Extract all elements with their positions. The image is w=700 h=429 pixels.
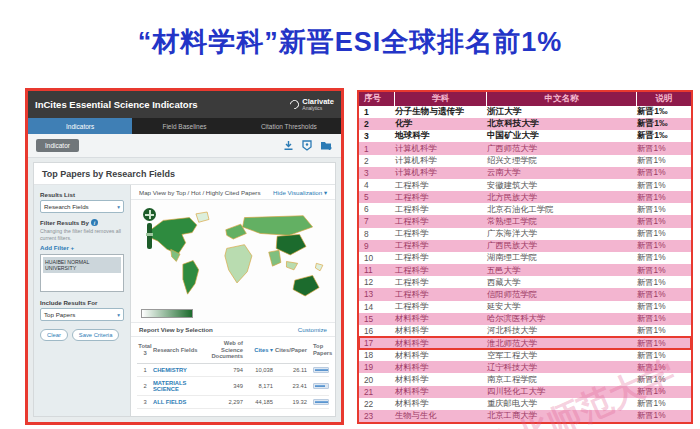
rank-cell: 15 bbox=[359, 314, 395, 324]
note-cell: 新晋1% bbox=[637, 143, 691, 154]
chevron-down-icon: ▾ bbox=[117, 204, 120, 210]
esi-toolbar: Indicator bbox=[28, 134, 341, 158]
rank-cell: 22 bbox=[359, 399, 395, 409]
report-view-label: Report View by Selection bbox=[139, 326, 213, 333]
rank-cell: 20 bbox=[359, 375, 395, 385]
rank-cell: 18 bbox=[359, 350, 395, 360]
ranking-row: 16材料科学河北科技大学新晋1% bbox=[359, 325, 691, 337]
ranking-row: 21材料科学四川轻化工大学新晋1% bbox=[359, 386, 691, 398]
ranking-row: 3地球科学中国矿业大学新晋1‰ bbox=[359, 130, 691, 142]
note-cell: 新晋1% bbox=[637, 216, 691, 227]
esi-ranking-table: 序号 学科 中文名称 说明 1分子生物与遗传学浙江大学新晋1‰2化学北京科技大学… bbox=[357, 90, 693, 424]
header-cname: 中文名称 bbox=[487, 92, 637, 106]
folder-add-icon[interactable] bbox=[320, 140, 333, 151]
tab-citation-thresholds[interactable]: Citation Thresholds bbox=[237, 118, 341, 134]
rank-cell: 4 bbox=[359, 180, 395, 190]
top-papers-bar[interactable] bbox=[313, 399, 329, 405]
subject-cell: 工程科学 bbox=[395, 277, 487, 288]
rank-cell: 11 bbox=[359, 265, 395, 275]
world-map[interactable] bbox=[131, 200, 335, 322]
name-cell: 南京工程学院 bbox=[487, 374, 637, 385]
filter-listbox[interactable]: HUAIBEI NORMAL UNIVERSITY bbox=[40, 254, 124, 292]
card-body: Results List Research Fields ▾ Filter Re… bbox=[34, 185, 335, 416]
world-map-svg bbox=[139, 202, 335, 320]
ranking-row: 22材料科学重庆邮电大学新晋1% bbox=[359, 398, 691, 410]
note-cell: 新晋1% bbox=[637, 192, 691, 203]
map-controls bbox=[143, 208, 156, 249]
save-criteria-button[interactable]: Save Criteria bbox=[72, 329, 120, 341]
subject-cell: 工程科学 bbox=[395, 180, 487, 191]
filter-selected-item[interactable]: HUAIBEI NORMAL UNIVERSITY bbox=[43, 257, 121, 273]
header-note: 说明 bbox=[637, 92, 691, 106]
customize-link[interactable]: Customize bbox=[298, 326, 327, 333]
subject-cell: 工程科学 bbox=[395, 192, 487, 203]
ranking-row: 6工程科学北京石油化工学院新晋1% bbox=[359, 203, 691, 215]
rank-cell: 3 bbox=[359, 131, 395, 141]
rank-cell: 12 bbox=[359, 277, 395, 287]
ranking-row: 18材料科学空军工程大学新晋1% bbox=[359, 349, 691, 361]
esi-app-title: InCites Essential Science Indicators bbox=[35, 99, 198, 110]
col-research-fields[interactable]: Research Fields bbox=[153, 347, 203, 354]
results-list-value: Research Fields bbox=[44, 203, 89, 210]
cites-per-paper-value: 19.32 bbox=[273, 399, 307, 405]
rank-cell: 8 bbox=[359, 229, 395, 239]
note-cell: 新晋1% bbox=[637, 350, 691, 361]
col-cites-paper[interactable]: Cites/Paper bbox=[273, 347, 307, 354]
top-papers-bar-cell bbox=[307, 383, 329, 389]
col-cites-sorted[interactable]: Cites ▾ bbox=[243, 347, 273, 354]
rank-cell: 1 bbox=[359, 107, 395, 117]
research-field-link[interactable]: CHEMISTRY bbox=[153, 367, 203, 373]
pan-rose-icon[interactable] bbox=[143, 208, 156, 221]
subject-cell: 计算机科学 bbox=[395, 155, 487, 166]
rank-cell: 5 bbox=[359, 192, 395, 202]
include-results-label: Include Results For bbox=[40, 299, 124, 306]
note-cell: 新晋1% bbox=[637, 180, 691, 191]
filter-by-label: Filter Results By bbox=[40, 219, 89, 226]
header-subject: 学科 bbox=[395, 92, 487, 106]
name-cell: 云南大学 bbox=[487, 167, 637, 178]
rank-cell: 21 bbox=[359, 387, 395, 397]
map-view-label: Map View by Top / Hot / Highly Cited Pap… bbox=[139, 189, 261, 196]
rank-cell: 1 bbox=[359, 144, 395, 154]
ranking-row: 3计算机科学云南大学新晋1% bbox=[359, 167, 691, 179]
tab-indicators[interactable]: Indicators bbox=[28, 118, 132, 134]
subject-cell: 工程科学 bbox=[395, 240, 487, 251]
name-cell: 辽宁科技大学 bbox=[487, 362, 637, 373]
clear-button[interactable]: Clear bbox=[40, 329, 68, 341]
top-papers-bar-cell bbox=[307, 367, 329, 373]
esi-sidebar: Results List Research Fields ▾ Filter Re… bbox=[34, 185, 131, 416]
research-field-link[interactable]: ALL FIELDS bbox=[153, 399, 203, 405]
badge-icon[interactable] bbox=[302, 140, 312, 151]
header-seq: 序号 bbox=[359, 92, 395, 106]
ranking-row: 13工程科学信阳师范学院新晋1% bbox=[359, 288, 691, 300]
download-icon[interactable] bbox=[283, 140, 294, 151]
ranking-row: 9工程科学广西民族大学新晋1% bbox=[359, 240, 691, 252]
results-list-select[interactable]: Research Fields ▾ bbox=[40, 200, 124, 213]
name-cell: 常熟理工学院 bbox=[487, 216, 637, 227]
include-results-select[interactable]: Top Papers ▾ bbox=[40, 308, 124, 321]
cites-value: 8,171 bbox=[243, 383, 273, 389]
subject-cell: 工程科学 bbox=[395, 289, 487, 300]
top-papers-bar[interactable] bbox=[313, 383, 329, 389]
zoom-slider[interactable] bbox=[147, 223, 152, 249]
research-field-link[interactable]: MATERIALS SCIENCE bbox=[153, 380, 203, 392]
info-icon[interactable]: i bbox=[91, 219, 98, 226]
name-cell: 四川轻化工大学 bbox=[487, 386, 637, 397]
tab-field-baselines[interactable]: Field Baselines bbox=[132, 118, 236, 134]
indicator-button[interactable]: Indicator bbox=[36, 139, 79, 152]
hide-visualization-link[interactable]: Hide Visualization ▾ bbox=[273, 189, 327, 196]
col-top-papers[interactable]: Top Papers bbox=[307, 343, 332, 356]
top-papers-bar[interactable] bbox=[313, 367, 329, 373]
rank-cell: 19 bbox=[359, 362, 395, 372]
report-table: Total 3 Research Fields Web of Science D… bbox=[131, 337, 335, 416]
cites-value: 44,185 bbox=[243, 399, 273, 405]
rank-cell: 13 bbox=[359, 289, 395, 299]
col-wos-documents[interactable]: Web of Science Documents bbox=[203, 340, 243, 360]
ranking-row: 2化学北京科技大学新晋1‰ bbox=[359, 118, 691, 130]
clarivate-logo: Clarivate Analytics bbox=[290, 98, 334, 111]
name-cell: 湖南理工学院 bbox=[487, 252, 637, 263]
sidebar-buttons: Clear Save Criteria bbox=[40, 329, 124, 341]
note-cell: 新晋1‰ bbox=[637, 106, 691, 118]
subject-cell: 分子生物与遗传学 bbox=[395, 106, 487, 118]
add-filter-link[interactable]: Add Filter + bbox=[40, 244, 124, 251]
